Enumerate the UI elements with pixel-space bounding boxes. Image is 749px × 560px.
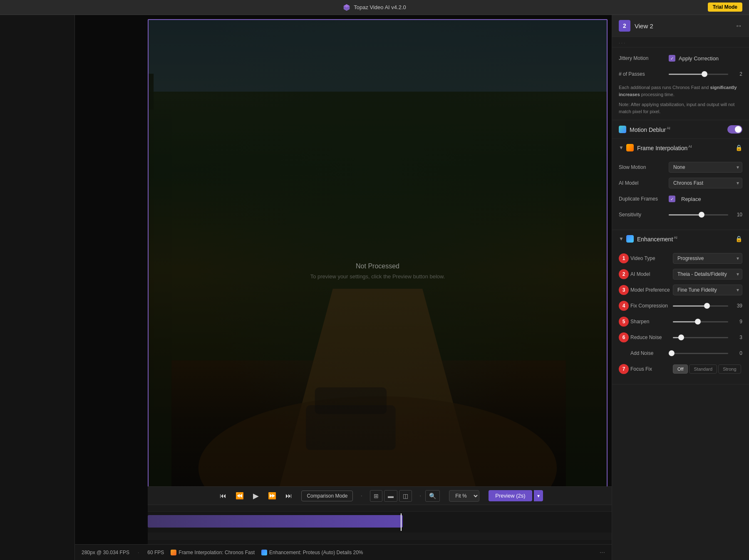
ai-model-enh-select-wrapper: Theia - Details/Fidelity Proteus (Auto) …: [673, 269, 742, 280]
motion-deblur-header[interactable]: Motion DeblurAI: [612, 120, 749, 139]
skip-to-start-button[interactable]: ⏮: [216, 490, 230, 502]
step-forward-button[interactable]: ⏩: [265, 489, 280, 502]
ai-model-fi-select-wrapper: Chronos Fast Chronos Apollo Fast Apollo: [669, 178, 742, 188]
reduce-noise-slider-row: 3: [673, 335, 742, 340]
reduce-noise-label: Reduce Noise: [630, 335, 662, 340]
sensitivity-slider-thumb[interactable]: [699, 212, 704, 218]
bottom-enhance-icon: [261, 550, 267, 555]
side-by-side-button[interactable]: ▬: [384, 490, 397, 502]
passes-slider-fill: [669, 74, 704, 75]
motion-deblur-icon: [619, 126, 626, 133]
preview-dropdown-button[interactable]: ▾: [534, 490, 543, 501]
duplicate-frames-label: Duplicate Frames: [619, 196, 669, 202]
zoom-button[interactable]: 🔍: [425, 490, 440, 502]
enhancement-header[interactable]: ▼ EnhancementAI 🔒: [612, 230, 749, 248]
passes-info-text: Each additional pass runs Chronos Fast a…: [619, 84, 742, 98]
view2-collapse-button[interactable]: ↔: [735, 22, 742, 30]
jittery-motion-checkbox[interactable]: ✓: [669, 55, 675, 62]
circle-3: 3: [619, 285, 629, 295]
passes-label: # of Passes: [619, 71, 669, 77]
fix-compression-track[interactable]: [673, 305, 728, 307]
right-panel: 2 View 2 ↔ · · · Jittery Motion ✓ Apply …: [612, 15, 749, 560]
timeline-ruler: [148, 505, 612, 512]
video-type-select[interactable]: Progressive Interlaced: [673, 253, 742, 264]
add-noise-thumb[interactable]: [669, 350, 675, 356]
left-sidebar: [0, 15, 75, 560]
jittery-motion-label: Jittery Motion: [619, 55, 669, 61]
jittery-motion-section: Jittery Motion ✓ Apply Correction # of P…: [612, 47, 749, 120]
trial-mode-button[interactable]: Trial Mode: [708, 2, 742, 12]
right-panel-header: 2 View 2 ↔: [612, 15, 749, 37]
sharpen-slider-row: 9: [673, 319, 742, 325]
playhead: [401, 513, 402, 531]
sharpen-track[interactable]: [673, 321, 728, 322]
fix-compression-label: Fix Compression: [630, 303, 668, 309]
bottom-frame-interp-tag: Frame Interpolation: Chronos Fast: [171, 550, 255, 555]
toggle-knob: [735, 126, 742, 133]
ai-model-fi-label: AI Model: [619, 180, 669, 186]
passes-slider-track[interactable]: [669, 74, 728, 75]
apply-correction-label: Apply Correction: [679, 55, 719, 62]
focus-fix-off-button[interactable]: Off: [673, 364, 688, 374]
overlay-button[interactable]: ◫: [399, 490, 412, 502]
apply-correction-row: ✓ Apply Correction: [669, 55, 719, 62]
circle-1: 1: [619, 253, 629, 263]
enhancement-title: EnhancementAI: [637, 235, 735, 243]
frame-interp-lock-icon: 🔒: [735, 144, 742, 151]
add-noise-track[interactable]: [669, 353, 728, 354]
not-processed-text: Not Processed: [310, 263, 445, 270]
motion-deblur-title: Motion DeblurAI: [630, 126, 727, 133]
passes-slider-row: 2: [669, 71, 742, 77]
main-layout: Not Processed To preview your settings, …: [0, 15, 749, 560]
step-back-button[interactable]: ⏪: [232, 489, 247, 502]
passes-slider-thumb[interactable]: [702, 71, 707, 77]
fix-compression-value: 39: [732, 303, 742, 309]
view2-badge: 2: [619, 20, 630, 32]
sensitivity-slider-track[interactable]: [669, 214, 728, 216]
enhancement-content: 1 Video Type Progressive Interlaced 2 AI…: [612, 248, 749, 384]
duplicate-frames-value: ✓ Replace: [669, 196, 701, 202]
skip-to-end-button[interactable]: ⏭: [282, 490, 295, 502]
video-type-select-wrapper: Progressive Interlaced: [673, 253, 742, 264]
play-button[interactable]: ▶: [250, 489, 262, 503]
fit-selector-wrapper: Fit % 50% 100%: [446, 490, 483, 502]
fit-selector[interactable]: Fit % 50% 100%: [449, 490, 479, 502]
timeline-section: [148, 505, 612, 544]
circle-7: 7: [619, 364, 629, 374]
svg-rect-7: [566, 119, 607, 522]
sharpen-thumb[interactable]: [695, 319, 701, 325]
timeline-clip[interactable]: [148, 515, 403, 528]
sharpen-label: Sharpen: [630, 319, 649, 325]
scroll-top-hint: · · ·: [612, 37, 749, 47]
ai-model-fi-select[interactable]: Chronos Fast Chronos Apollo Fast Apollo: [669, 178, 742, 188]
bottom-interp-icon: [171, 550, 176, 555]
app-title: Topaz Video AI v4.2.0: [354, 4, 406, 10]
frame-interpolation-content: Slow Motion None 2x 4x 8x AI Model Chron…: [612, 156, 749, 230]
frame-interp-title: Frame InterpolationAI: [637, 144, 735, 151]
not-processed-subtext: To preview your settings, click the Prev…: [310, 273, 445, 280]
preview-button[interactable]: Preview (2s): [489, 490, 532, 501]
comparison-mode-button[interactable]: Comparison Mode: [301, 491, 353, 501]
slow-motion-select[interactable]: None 2x 4x 8x: [669, 162, 742, 173]
motion-deblur-toggle[interactable]: [727, 125, 742, 134]
not-processed-overlay: Not Processed To preview your settings, …: [310, 263, 445, 280]
topaz-logo-icon: [343, 4, 350, 11]
model-pref-select[interactable]: Fine Tune Fidelity Balance Fine Tune Sha…: [673, 285, 742, 295]
split-view-button[interactable]: ⊞: [370, 490, 382, 502]
fix-compression-thumb[interactable]: [704, 303, 710, 309]
title-bar: Topaz Video AI v4.2.0 Trial Mode: [0, 0, 749, 15]
focus-fix-strong-button[interactable]: Strong: [718, 364, 741, 374]
duplicate-frames-checkbox[interactable]: ✓: [669, 196, 675, 202]
frame-interpolation-header[interactable]: ▼ Frame InterpolationAI 🔒: [612, 139, 749, 156]
video-area: Not Processed To preview your settings, …: [75, 15, 612, 560]
reduce-noise-track[interactable]: [673, 337, 728, 338]
slow-motion-select-wrapper: None 2x 4x 8x: [669, 162, 742, 173]
reduce-noise-value: 3: [732, 335, 742, 340]
bottom-resolution: 280px @ 30.034 FPS: [82, 550, 129, 555]
focus-fix-standard-button[interactable]: Standard: [689, 364, 717, 374]
ai-model-enh-select[interactable]: Theia - Details/Fidelity Proteus (Auto) …: [673, 269, 742, 280]
sensitivity-label: Sensitivity: [619, 212, 669, 218]
bottom-more-button[interactable]: ···: [600, 549, 605, 556]
timeline-bottom-ruler: [148, 533, 612, 540]
reduce-noise-thumb[interactable]: [678, 335, 684, 340]
